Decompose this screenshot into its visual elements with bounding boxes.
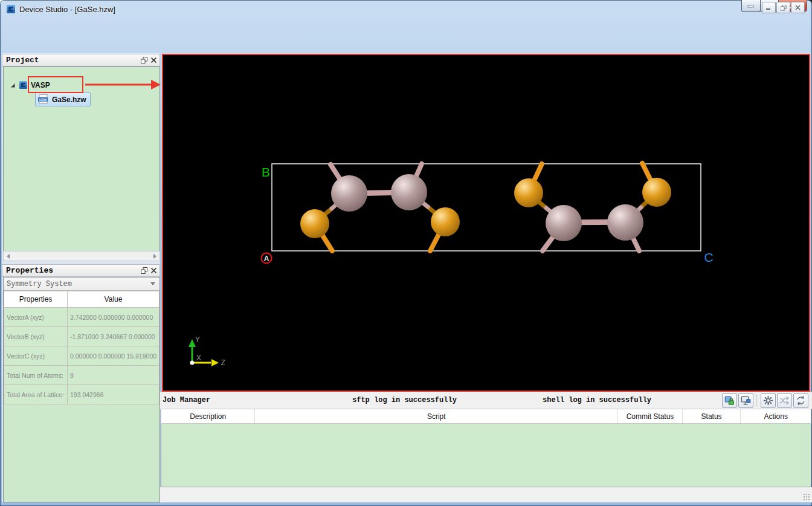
job-manager-bar: Job Manager sftp log in successfully she… xyxy=(160,392,812,409)
job-manager-label: Job Manager xyxy=(163,396,210,404)
hzw-file-icon: HZW xyxy=(37,94,50,105)
tree-node-vasp[interactable]: VASP xyxy=(10,80,50,89)
table-row: Total Area of Lattice: 193.042966 xyxy=(4,385,160,404)
status-bar xyxy=(160,487,812,502)
table-row: VectorC (xyz) 0.000000 0.000000 15.91900… xyxy=(4,346,160,366)
mdi-restore-icon xyxy=(781,5,787,11)
gallium-atom[interactable] xyxy=(391,174,427,210)
value-cell[interactable]: 0.000000 0.000000 15.919000 xyxy=(68,346,160,366)
scroll-right-icon[interactable] xyxy=(153,254,156,259)
title-bar[interactable]: Device Studio - [GaSe.hzw] xyxy=(0,0,812,18)
property-cell: VectorB (xyz) xyxy=(4,327,68,346)
resize-grip[interactable] xyxy=(803,493,810,501)
project-panel: Project VASP HZW GaSe.hzw xyxy=(2,54,160,260)
close-panel-icon[interactable] xyxy=(150,267,157,274)
shuffle-button[interactable] xyxy=(777,393,792,408)
property-cell: VectorC (xyz) xyxy=(4,346,68,366)
triad-z-label: Z xyxy=(221,358,225,367)
properties-panel: Properties Symmetry System Properties Va… xyxy=(2,264,160,502)
mdi-minimize-icon xyxy=(766,5,772,10)
project-panel-titlebar[interactable]: Project xyxy=(2,54,160,66)
sync-button[interactable] xyxy=(793,393,808,408)
symmetry-system-value: Symmetry System xyxy=(7,280,72,288)
property-cell: Total Area of Lattice: xyxy=(4,385,68,404)
col-script: Script xyxy=(255,409,618,423)
scroll-left-icon[interactable] xyxy=(7,254,10,259)
bonds xyxy=(315,163,657,251)
symmetry-system-select[interactable]: Symmetry System xyxy=(4,277,160,291)
sync-icon xyxy=(795,395,807,406)
app-logo-icon xyxy=(6,4,16,14)
col-actions: Actions xyxy=(741,409,811,423)
property-cell: Total Num of Atoms: xyxy=(4,366,68,385)
project-horizontal-scrollbar[interactable] xyxy=(3,251,160,261)
float-panel-icon[interactable] xyxy=(140,56,148,64)
gallium-atom[interactable] xyxy=(546,205,582,241)
left-dock: Project VASP HZW GaSe.hzw xyxy=(2,53,160,502)
axis-c-label: C xyxy=(704,250,713,264)
orientation-triad: Y X Z xyxy=(188,335,225,367)
close-panel-icon[interactable] xyxy=(150,57,157,63)
properties-panel-titlebar[interactable]: Properties xyxy=(2,264,160,277)
shell-status-text: shell log in successfully xyxy=(543,396,651,404)
job-table-header: Description Script Commit Status Status … xyxy=(161,409,811,424)
shuffle-icon xyxy=(779,395,790,406)
tree-node-gase[interactable]: HZW GaSe.hzw xyxy=(35,92,91,106)
triad-x-label: X xyxy=(196,353,201,362)
mdi-minimize-button[interactable] xyxy=(762,2,776,13)
svg-text:HZW: HZW xyxy=(39,98,47,102)
mdi-restore-button[interactable] xyxy=(776,2,790,13)
sftp-status-text: sftp log in successfully xyxy=(352,396,457,404)
properties-col-header: Properties xyxy=(4,291,68,308)
col-description: Description xyxy=(161,409,255,423)
selenium-atom[interactable] xyxy=(431,207,460,236)
vasp-project-icon xyxy=(19,80,28,89)
float-panel-icon[interactable] xyxy=(140,267,148,274)
chevron-down-icon xyxy=(150,282,155,285)
remote-desktop-button[interactable] xyxy=(738,393,753,408)
job-table-body[interactable] xyxy=(161,424,811,487)
col-commit-status: Commit Status xyxy=(618,409,683,423)
mdi-close-icon xyxy=(795,5,801,10)
value-cell[interactable]: 193.042966 xyxy=(68,385,160,404)
window-title: Device Studio - [GaSe.hzw] xyxy=(19,5,115,14)
remote-desktop-icon xyxy=(740,395,752,406)
triad-y-label: Y xyxy=(195,335,200,344)
properties-panel-title: Properties xyxy=(6,266,53,275)
gear-icon xyxy=(762,395,774,406)
tree-node-vasp-label: VASP xyxy=(31,81,50,89)
selenium-atom[interactable] xyxy=(300,209,329,238)
selenium-atom[interactable] xyxy=(514,178,543,207)
atoms[interactable] xyxy=(300,174,671,241)
capture-lock-button[interactable] xyxy=(722,393,737,408)
axis-b-label: B xyxy=(262,165,270,179)
axis-a-marker: A xyxy=(262,253,272,264)
tree-node-gase-label: GaSe.hzw xyxy=(52,96,86,104)
project-tree[interactable]: VASP HZW GaSe.hzw xyxy=(3,66,160,251)
gallium-atom[interactable] xyxy=(331,175,367,212)
axis-a-label: A xyxy=(264,255,269,263)
properties-table: Properties Value VectorA (xyz) 3.742000 … xyxy=(4,291,160,404)
value-cell[interactable]: 3.742000 0.000000 0.000000 xyxy=(68,308,160,327)
mdi-close-button[interactable] xyxy=(791,2,805,13)
expand-triangle-icon[interactable] xyxy=(10,82,16,88)
col-status: Status xyxy=(683,409,741,423)
table-row: VectorA (xyz) 3.742000 0.000000 0.000000 xyxy=(4,308,160,327)
properties-content: Symmetry System Properties Value VectorA… xyxy=(3,277,160,502)
settings-button[interactable] xyxy=(761,393,776,408)
project-panel-title: Project xyxy=(6,56,39,65)
value-cell[interactable]: 8 xyxy=(68,366,160,385)
value-col-header: Value xyxy=(68,291,160,308)
selenium-atom[interactable] xyxy=(642,178,671,207)
capture-lock-icon xyxy=(724,395,735,406)
table-row: VectorB (xyz) -1.871000 3.240667 0.00000… xyxy=(4,327,160,346)
table-row: Total Num of Atoms: 8 xyxy=(4,366,160,385)
minimize-icon xyxy=(747,3,755,8)
gallium-atom[interactable] xyxy=(607,204,643,241)
window-minimize-button[interactable] xyxy=(741,0,761,12)
property-cell: VectorA (xyz) xyxy=(4,308,68,327)
gase-structure-render[interactable]: B C A Y X Z xyxy=(163,55,809,391)
value-cell[interactable]: -1.871000 3.240667 0.000000 xyxy=(68,327,160,346)
structure-viewport[interactable]: B C A Y X Z xyxy=(162,54,810,392)
